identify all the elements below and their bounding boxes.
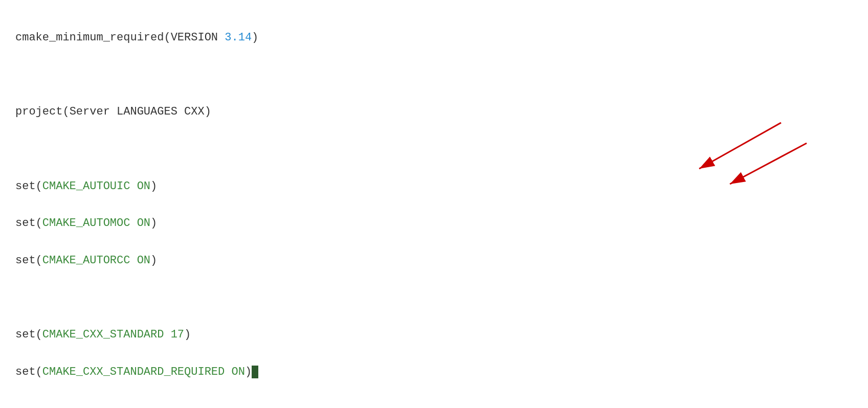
line-empty-4 [15,400,853,408]
line-project: project(Server LANGUAGES CXX) [15,103,853,121]
line-cxx-standard: set(CMAKE_CXX_STANDARD 17) [15,326,853,344]
line-cxx-standard-req: set(CMAKE_CXX_STANDARD_REQUIRED ON)| [15,363,853,381]
code-editor: cmake_minimum_required(VERSION 3.14) pro… [15,10,853,408]
line-empty-3 [15,288,853,307]
line-autorcc: set(CMAKE_AUTORCC ON) [15,252,853,270]
line-automoc: set(CMAKE_AUTOMOC ON) [15,214,853,233]
line-cmake-min: cmake_minimum_required(VERSION 3.14) [15,29,853,47]
line-autouic: set(CMAKE_AUTOUIC ON) [15,177,853,196]
line-empty-1 [15,66,853,84]
line-empty-2 [15,140,853,158]
